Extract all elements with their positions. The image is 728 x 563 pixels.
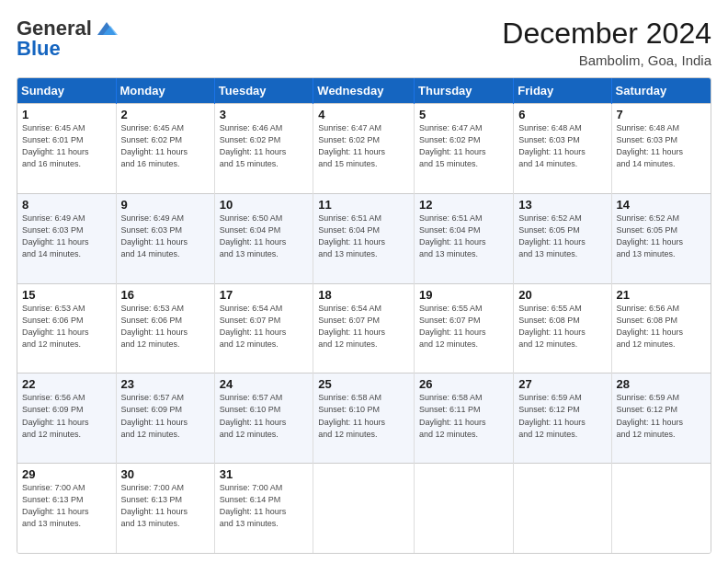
- day-number: 4: [318, 108, 409, 121]
- calendar-week-row: 15Sunrise: 6:53 AMSunset: 6:06 PMDayligh…: [17, 283, 711, 373]
- day-info: Sunrise: 6:51 AMSunset: 6:04 PMDaylight:…: [419, 213, 508, 260]
- day-number: 28: [617, 377, 706, 391]
- day-number: 30: [121, 467, 210, 481]
- calendar-cell: 11Sunrise: 6:51 AMSunset: 6:04 PMDayligh…: [313, 193, 415, 283]
- logo: General Blue: [17, 17, 119, 61]
- calendar-cell: 24Sunrise: 6:57 AMSunset: 6:10 PMDayligh…: [214, 373, 313, 464]
- calendar-cell: 14Sunrise: 6:52 AMSunset: 6:05 PMDayligh…: [611, 193, 711, 283]
- col-header-monday: Monday: [116, 78, 214, 104]
- day-info: Sunrise: 6:54 AMSunset: 6:07 PMDaylight:…: [220, 303, 309, 350]
- day-info: Sunrise: 6:55 AMSunset: 6:07 PMDaylight:…: [419, 303, 508, 350]
- day-info: Sunrise: 6:47 AMSunset: 6:02 PMDaylight:…: [419, 122, 508, 170]
- col-header-thursday: Thursday: [415, 78, 514, 104]
- day-info: Sunrise: 6:49 AMSunset: 6:03 PMDaylight:…: [121, 213, 210, 260]
- calendar-cell: 1Sunrise: 6:45 AMSunset: 6:01 PMDaylight…: [17, 104, 116, 194]
- location: Bambolim, Goa, India: [502, 52, 711, 68]
- calendar-cell: 4Sunrise: 6:47 AMSunset: 6:02 PMDaylight…: [313, 104, 415, 194]
- day-info: Sunrise: 7:00 AMSunset: 6:13 PMDaylight:…: [121, 482, 210, 530]
- day-info: Sunrise: 6:53 AMSunset: 6:06 PMDaylight:…: [121, 303, 210, 350]
- day-info: Sunrise: 6:58 AMSunset: 6:10 PMDaylight:…: [318, 392, 409, 440]
- calendar-week-row: 29Sunrise: 7:00 AMSunset: 6:13 PMDayligh…: [17, 464, 711, 553]
- calendar-cell: 25Sunrise: 6:58 AMSunset: 6:10 PMDayligh…: [313, 373, 415, 464]
- calendar-cell: 23Sunrise: 6:57 AMSunset: 6:09 PMDayligh…: [116, 373, 214, 464]
- col-header-wednesday: Wednesday: [313, 78, 415, 104]
- day-info: Sunrise: 6:48 AMSunset: 6:03 PMDaylight:…: [518, 122, 606, 170]
- header: General Blue December 2024 Bambolim, Goa…: [17, 17, 711, 68]
- day-info: Sunrise: 6:59 AMSunset: 6:12 PMDaylight:…: [518, 392, 606, 440]
- calendar-cell: 7Sunrise: 6:48 AMSunset: 6:03 PMDaylight…: [611, 104, 711, 194]
- day-number: 11: [318, 198, 409, 212]
- day-number: 31: [220, 467, 309, 481]
- calendar-cell: 12Sunrise: 6:51 AMSunset: 6:04 PMDayligh…: [415, 193, 514, 283]
- calendar-cell: 31Sunrise: 7:00 AMSunset: 6:14 PMDayligh…: [214, 464, 313, 553]
- day-number: 16: [121, 288, 210, 302]
- col-header-friday: Friday: [514, 78, 611, 104]
- calendar-cell: [313, 464, 415, 553]
- day-number: 24: [220, 377, 309, 391]
- calendar-cell: 15Sunrise: 6:53 AMSunset: 6:06 PMDayligh…: [17, 283, 116, 373]
- calendar-cell: 20Sunrise: 6:55 AMSunset: 6:08 PMDayligh…: [514, 283, 611, 373]
- month-title: December 2024: [502, 17, 711, 51]
- day-number: 14: [617, 198, 706, 212]
- calendar-cell: 16Sunrise: 6:53 AMSunset: 6:06 PMDayligh…: [116, 283, 214, 373]
- day-info: Sunrise: 6:45 AMSunset: 6:02 PMDaylight:…: [121, 122, 210, 170]
- page: General Blue December 2024 Bambolim, Goa…: [0, 0, 728, 563]
- calendar-cell: 17Sunrise: 6:54 AMSunset: 6:07 PMDayligh…: [214, 283, 313, 373]
- day-info: Sunrise: 6:56 AMSunset: 6:09 PMDaylight:…: [22, 392, 111, 440]
- day-number: 6: [518, 108, 606, 121]
- day-number: 8: [22, 198, 111, 212]
- day-number: 18: [318, 288, 409, 302]
- calendar-week-row: 8Sunrise: 6:49 AMSunset: 6:03 PMDaylight…: [17, 193, 711, 283]
- calendar-cell: 13Sunrise: 6:52 AMSunset: 6:05 PMDayligh…: [514, 193, 611, 283]
- day-number: 13: [518, 198, 606, 212]
- day-info: Sunrise: 6:51 AMSunset: 6:04 PMDaylight:…: [318, 213, 409, 260]
- day-number: 10: [220, 198, 309, 212]
- day-info: Sunrise: 6:47 AMSunset: 6:02 PMDaylight:…: [318, 122, 409, 170]
- day-number: 29: [22, 467, 111, 481]
- calendar-week-row: 1Sunrise: 6:45 AMSunset: 6:01 PMDaylight…: [17, 104, 711, 194]
- col-header-tuesday: Tuesday: [214, 78, 313, 104]
- day-info: Sunrise: 6:48 AMSunset: 6:03 PMDaylight:…: [617, 122, 706, 170]
- day-number: 22: [22, 377, 111, 391]
- calendar-cell: 6Sunrise: 6:48 AMSunset: 6:03 PMDaylight…: [514, 104, 611, 194]
- day-info: Sunrise: 6:57 AMSunset: 6:10 PMDaylight:…: [220, 392, 309, 440]
- day-number: 17: [220, 288, 309, 302]
- calendar-cell: 26Sunrise: 6:58 AMSunset: 6:11 PMDayligh…: [415, 373, 514, 464]
- calendar-week-row: 22Sunrise: 6:56 AMSunset: 6:09 PMDayligh…: [17, 373, 711, 464]
- calendar-cell: 2Sunrise: 6:45 AMSunset: 6:02 PMDaylight…: [116, 104, 214, 194]
- calendar-cell: 19Sunrise: 6:55 AMSunset: 6:07 PMDayligh…: [415, 283, 514, 373]
- day-info: Sunrise: 7:00 AMSunset: 6:13 PMDaylight:…: [22, 482, 111, 530]
- day-number: 3: [220, 108, 309, 121]
- day-number: 5: [419, 108, 508, 121]
- calendar-cell: 30Sunrise: 7:00 AMSunset: 6:13 PMDayligh…: [116, 464, 214, 553]
- day-info: Sunrise: 6:49 AMSunset: 6:03 PMDaylight:…: [22, 213, 111, 260]
- day-info: Sunrise: 6:46 AMSunset: 6:02 PMDaylight:…: [220, 122, 309, 170]
- day-info: Sunrise: 6:57 AMSunset: 6:09 PMDaylight:…: [121, 392, 210, 440]
- calendar-cell: [611, 464, 711, 553]
- day-info: Sunrise: 6:52 AMSunset: 6:05 PMDaylight:…: [617, 213, 706, 260]
- day-number: 7: [617, 108, 706, 121]
- day-info: Sunrise: 6:58 AMSunset: 6:11 PMDaylight:…: [419, 392, 508, 440]
- calendar: SundayMondayTuesdayWednesdayThursdayFrid…: [17, 77, 711, 554]
- calendar-cell: 28Sunrise: 6:59 AMSunset: 6:12 PMDayligh…: [611, 373, 711, 464]
- day-info: Sunrise: 6:56 AMSunset: 6:08 PMDaylight:…: [617, 303, 706, 350]
- calendar-cell: 22Sunrise: 6:56 AMSunset: 6:09 PMDayligh…: [17, 373, 116, 464]
- calendar-cell: 18Sunrise: 6:54 AMSunset: 6:07 PMDayligh…: [313, 283, 415, 373]
- day-info: Sunrise: 6:55 AMSunset: 6:08 PMDaylight:…: [518, 303, 606, 350]
- logo-icon: [94, 20, 119, 37]
- calendar-cell: [415, 464, 514, 553]
- col-header-saturday: Saturday: [611, 78, 711, 104]
- day-number: 2: [121, 108, 210, 121]
- day-number: 25: [318, 377, 409, 391]
- day-number: 9: [121, 198, 210, 212]
- calendar-cell: 27Sunrise: 6:59 AMSunset: 6:12 PMDayligh…: [514, 373, 611, 464]
- col-header-sunday: Sunday: [17, 78, 116, 104]
- title-block: December 2024 Bambolim, Goa, India: [502, 17, 711, 68]
- day-number: 19: [419, 288, 508, 302]
- day-number: 26: [419, 377, 508, 391]
- day-number: 15: [22, 288, 111, 302]
- day-info: Sunrise: 6:54 AMSunset: 6:07 PMDaylight:…: [318, 303, 409, 350]
- day-info: Sunrise: 7:00 AMSunset: 6:14 PMDaylight:…: [220, 482, 309, 530]
- day-number: 20: [518, 288, 606, 302]
- calendar-cell: 5Sunrise: 6:47 AMSunset: 6:02 PMDaylight…: [415, 104, 514, 194]
